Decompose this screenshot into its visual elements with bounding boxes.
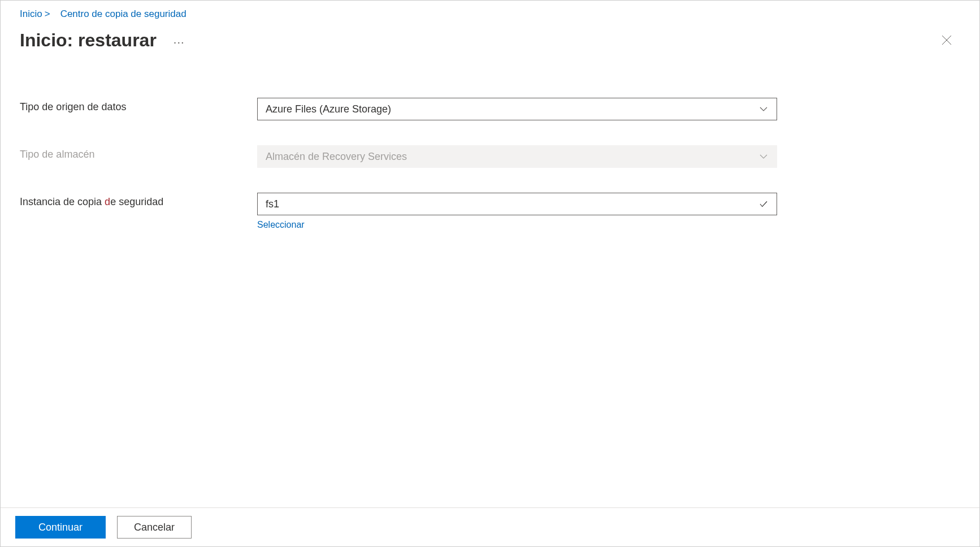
breadcrumb-separator: > (45, 8, 50, 20)
datasource-type-row: Tipo de origen de datos Azure Files (Azu… (20, 98, 960, 120)
breadcrumb: Inicio > Centro de copia de seguridad (1, 1, 979, 24)
backup-instance-row: Instancia de copia de seguridad fs1 Sele… (20, 193, 960, 230)
chevron-down-icon (758, 104, 769, 114)
datasource-type-label: Tipo de origen de datos (20, 98, 257, 113)
select-instance-link[interactable]: Seleccionar (257, 220, 777, 230)
datasource-type-value: Azure Files (Azure Storage) (266, 103, 391, 115)
continue-button[interactable]: Continuar (15, 516, 106, 539)
close-button[interactable] (936, 30, 957, 53)
footer: Continuar Cancelar (1, 507, 979, 546)
page-header: Inicio: restaurar ··· (1, 24, 979, 53)
vault-type-value: Almacén de Recovery Services (266, 151, 407, 163)
vault-type-row: Tipo de almacén Almacén de Recovery Serv… (20, 145, 960, 168)
vault-type-select: Almacén de Recovery Services (257, 145, 777, 168)
check-icon (758, 199, 769, 209)
datasource-type-select[interactable]: Azure Files (Azure Storage) (257, 98, 777, 120)
breadcrumb-backup-center[interactable]: Centro de copia de seguridad (60, 8, 187, 20)
vault-type-label: Tipo de almacén (20, 145, 257, 160)
chevron-down-icon (758, 151, 769, 162)
backup-instance-value: fs1 (266, 198, 279, 210)
more-actions-button[interactable]: ··· (174, 32, 185, 49)
page-title: Inicio: restaurar (20, 30, 157, 51)
close-icon (940, 33, 953, 47)
breadcrumb-home[interactable]: Inicio (20, 8, 42, 20)
backup-instance-label: Instancia de copia de seguridad (20, 193, 257, 208)
cancel-button[interactable]: Cancelar (117, 516, 192, 539)
form-area: Tipo de origen de datos Azure Files (Azu… (1, 53, 979, 507)
backup-instance-select[interactable]: fs1 (257, 193, 777, 215)
